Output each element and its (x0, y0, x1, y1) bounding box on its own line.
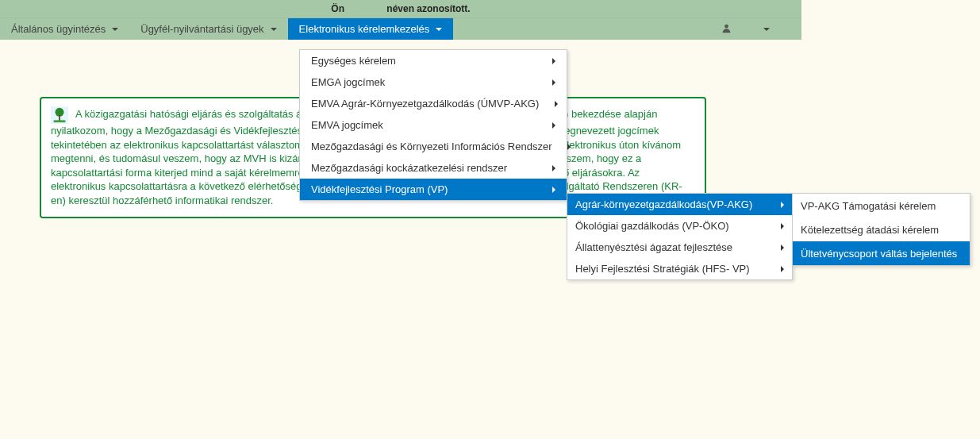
submenu-item-vp-akg-support[interactable]: VP-AKG Támogatási kérelem (793, 194, 970, 218)
submenu-item-vp-oko[interactable]: Ökológiai gazdálkodás (VP-ÖKO) (567, 215, 792, 237)
submenu-item-obligation-transfer[interactable]: Kötelezettség átadási kérelem (793, 218, 970, 241)
nav-label: Ügyfél-nyilvántartási ügyek (140, 23, 263, 35)
svg-point-0 (724, 24, 728, 28)
menu-item-label: Ültetvénycsoport váltás bejelentés (801, 248, 957, 260)
identity-prefix: Ön (331, 3, 344, 14)
nav-electronic-requests[interactable]: Elektronikus kérelemkezelés (288, 18, 454, 40)
menu-item-label: EMVA Agrár-Környezetgazdálkodás (ÚMVP-AK… (311, 98, 539, 110)
chevron-right-icon (552, 58, 555, 64)
chevron-down-icon (271, 28, 277, 31)
submenu-item-livestock[interactable]: Állattenyésztési ágazat fejlesztése (567, 237, 792, 258)
menu-item-label: EMGA jogcímek (311, 76, 385, 88)
nav-label: Elektronikus kérelemkezelés (299, 23, 430, 35)
menu-item-rural-development[interactable]: Vidékfejlesztési Program (VP) (300, 179, 567, 200)
menu-item-agri-risk[interactable]: Mezőgazdasági kockázatkezelési rendszer (300, 157, 567, 179)
menu-item-label: Helyi Fejlesztési Stratégiák (HFS- VP) (575, 263, 750, 275)
menu-item-label: VP-AKG Támogatási kérelem (801, 200, 936, 212)
chevron-down-icon (436, 28, 442, 31)
chevron-down-icon (112, 28, 118, 31)
user-menu[interactable] (690, 18, 801, 40)
nav-label: Általános ügyintézés (11, 23, 106, 35)
menu-electronic-requests: Egységes kérelem EMGA jogcímek EMVA Agrá… (299, 49, 567, 201)
menu-item-label: Mezőgazdasági kockázatkezelési rendszer (311, 162, 507, 174)
menu-item-label: Egységes kérelem (311, 55, 396, 67)
chevron-right-icon (781, 202, 784, 208)
submenu-item-plantation-change[interactable]: Ültetvénycsoport váltás bejelentés (793, 241, 970, 265)
submenu-item-hfs-vp[interactable]: Helyi Fejlesztési Stratégiák (HFS- VP) (567, 258, 792, 279)
submenu-item-vp-akg[interactable]: Agrár-környezetgazdálkodás(VP-AKG) (567, 194, 792, 215)
menu-item-label: EMVA jogcímek (311, 119, 383, 131)
chevron-right-icon (781, 266, 784, 272)
identity-bar: Ön néven azonosított. (0, 0, 801, 17)
svg-rect-3 (59, 115, 60, 121)
menu-item-label: Agrár-környezetgazdálkodás(VP-AKG) (575, 198, 752, 210)
menu-item-label: Állattenyésztési ágazat fejlesztése (575, 241, 732, 253)
chevron-right-icon (552, 122, 555, 129)
submenu-vp-akg: VP-AKG Támogatási kérelem Kötelezettség … (792, 193, 970, 266)
chevron-right-icon (552, 187, 555, 193)
nav-general[interactable]: Általános ügyintézés (0, 18, 129, 40)
user-icon (721, 23, 732, 36)
menu-item-emga[interactable]: EMGA jogcímek (300, 71, 567, 93)
menu-item-emva[interactable]: EMVA jogcímek (300, 114, 567, 136)
chevron-down-icon (763, 28, 770, 31)
svg-rect-4 (54, 120, 66, 122)
main-nav: Általános ügyintézés Ügyfél-nyilvántartá… (0, 17, 801, 40)
nav-client-registry[interactable]: Ügyfél-nyilvántartási ügyek (129, 18, 287, 40)
chevron-right-icon (552, 79, 555, 86)
menu-item-label: Ökológiai gazdálkodás (VP-ÖKO) (575, 220, 729, 232)
chevron-right-icon (555, 101, 558, 107)
chevron-right-icon (552, 165, 555, 171)
menu-item-label: Vidékfejlesztési Program (VP) (311, 183, 448, 195)
tree-icon (51, 106, 68, 124)
chevron-right-icon (781, 245, 784, 251)
menu-item-emva-akg[interactable]: EMVA Agrár-Környezetgazdálkodás (ÚMVP-AK… (300, 93, 567, 114)
menu-item-agri-env-info[interactable]: Mezőgazdasági és Környezeti Információs … (300, 136, 567, 157)
identity-suffix: néven azonosított. (386, 3, 470, 14)
chevron-right-icon (781, 223, 784, 229)
menu-item-label: Mezőgazdasági és Környezeti Információs … (311, 141, 551, 152)
submenu-vp: Agrár-környezetgazdálkodás(VP-AKG) Ökoló… (567, 193, 793, 280)
chevron-right-icon (567, 144, 571, 150)
menu-item-label: Kötelezettség átadási kérelem (801, 224, 939, 236)
menu-item-unified-request[interactable]: Egységes kérelem (300, 50, 567, 71)
